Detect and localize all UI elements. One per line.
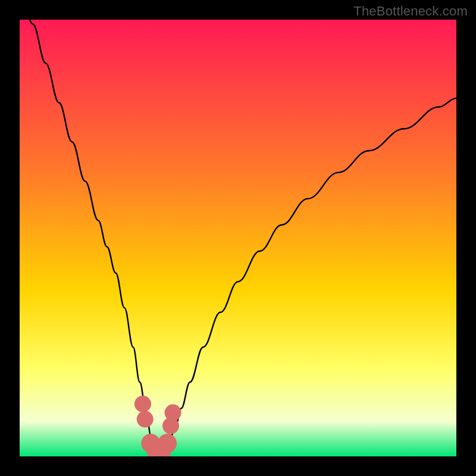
outer-frame: TheBottleneck.com [0,0,476,476]
marker-dot [134,396,151,412]
watermark-text: TheBottleneck.com [353,4,468,19]
marker-dot [165,405,181,421]
marker-dot [137,411,154,428]
bottleneck-chart [20,20,456,456]
gradient-background [20,20,456,456]
plot-area [20,20,456,456]
marker-dot [158,434,177,453]
